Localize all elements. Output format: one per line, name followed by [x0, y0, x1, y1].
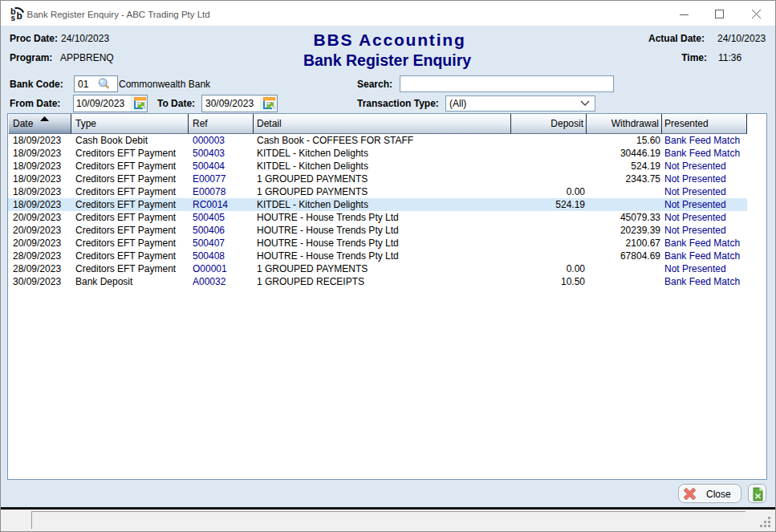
svg-text:s: s — [11, 14, 16, 22]
svg-text:b: b — [17, 10, 22, 22]
